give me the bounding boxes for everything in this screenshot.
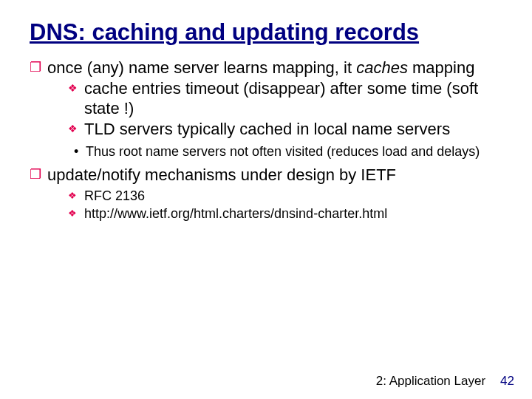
bullet-text: TLD servers typically cached in local na… <box>84 119 502 140</box>
list-item: • Thus root name servers not often visit… <box>74 143 502 160</box>
text-run: mapping <box>412 58 474 77</box>
diamond-bullet-icon: ❖ <box>68 78 84 119</box>
bullet-text: cache entries timeout (disappear) after … <box>84 78 502 119</box>
footer-chapter: 2: Application Layer <box>376 374 485 389</box>
bullet-text: RFC 2136 <box>84 188 502 205</box>
list-item: ❐ update/notify mechanisms under design … <box>30 165 502 222</box>
slide-title: DNS: caching and updating records <box>30 18 502 46</box>
diamond-bullet-icon: ❖ <box>68 119 84 140</box>
slide-body: ❐ once (any) name server learns mapping,… <box>30 58 502 222</box>
bullet-text: update/notify mechanisms under design by… <box>47 165 502 222</box>
diamond-bullet-icon: ❖ <box>68 205 84 222</box>
square-bullet-icon: ❐ <box>30 58 47 139</box>
diamond-bullet-icon: ❖ <box>68 188 84 205</box>
list-item: ❖ http://www.ietf.org/html.charters/dnsi… <box>68 205 502 222</box>
square-bullet-icon: ❐ <box>30 165 47 222</box>
bullet-text: once (any) name server learns mapping, i… <box>47 58 502 139</box>
list-item: ❖ cache entries timeout (disappear) afte… <box>68 78 502 119</box>
bullet-text: http://www.ietf.org/html.charters/dnsind… <box>84 205 502 222</box>
slide-footer: 2: Application Layer 42 <box>376 374 514 389</box>
list-item: ❖ RFC 2136 <box>68 188 502 205</box>
list-item: ❐ once (any) name server learns mapping,… <box>30 58 502 139</box>
footer-page-number: 42 <box>500 374 514 389</box>
dot-bullet-icon: • <box>74 143 86 160</box>
slide: DNS: caching and updating records ❐ once… <box>0 0 532 399</box>
text-run: update/notify mechanisms under design by… <box>47 166 396 184</box>
text-italic: caches <box>356 58 408 77</box>
text-run: once (any) name server learns mapping, i… <box>47 58 356 77</box>
list-item: ❖ TLD servers typically cached in local … <box>68 119 502 140</box>
bullet-text: Thus root name servers not often visited… <box>86 143 502 160</box>
